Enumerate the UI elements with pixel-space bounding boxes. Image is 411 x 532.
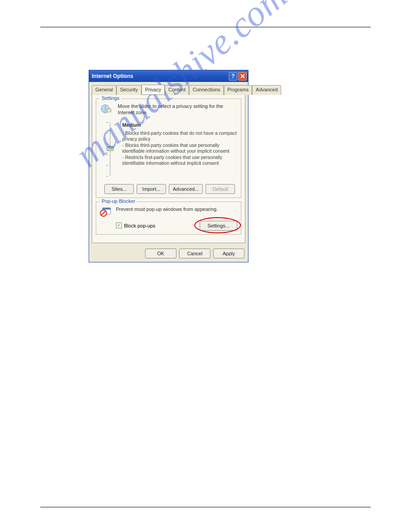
top-horizontal-rule bbox=[40, 27, 371, 27]
titlebar[interactable]: Internet Options ? bbox=[89, 70, 248, 82]
popup-instruction-row: Prevent most pop-up windows from appeari… bbox=[100, 206, 237, 217]
close-icon bbox=[240, 74, 245, 78]
tab-content[interactable]: Content bbox=[165, 85, 189, 95]
document-page: Internet Options ? General Security Priv… bbox=[40, 27, 371, 262]
internet-options-dialog: Internet Options ? General Security Priv… bbox=[89, 70, 248, 262]
popup-blocker-groupbox: Pop-up Blocker Prevent most pop-up windo… bbox=[96, 202, 241, 235]
popup-group-label: Pop-up Blocker bbox=[100, 198, 137, 204]
settings-instruction-text: Move the slider to select a privacy sett… bbox=[118, 103, 237, 116]
privacy-slider-row: Medium - Blocks third-party cookies that… bbox=[100, 122, 237, 176]
dialog-button-row: OK Cancel Apply bbox=[89, 246, 248, 262]
import-button[interactable]: Import... bbox=[137, 184, 166, 194]
tab-security[interactable]: Security bbox=[116, 85, 141, 95]
default-button: Default bbox=[206, 184, 235, 194]
checkbox-label: Block pop-ups bbox=[124, 223, 155, 228]
popup-controls-row: ✓ Block pop-ups Settings... bbox=[116, 221, 237, 231]
sites-button[interactable]: Sites... bbox=[104, 184, 134, 194]
tab-general[interactable]: General bbox=[92, 85, 116, 95]
privacy-bullet: - Blocks third-party cookies that do not… bbox=[122, 130, 237, 142]
close-button[interactable] bbox=[238, 72, 247, 81]
privacy-bullet: - Restricts first-party cookies that use… bbox=[122, 154, 237, 166]
advanced-button[interactable]: Advanced... bbox=[169, 184, 203, 194]
ok-button[interactable]: OK bbox=[145, 249, 176, 258]
settings-instruction-row: Move the slider to select a privacy sett… bbox=[100, 103, 237, 116]
checkbox-icon: ✓ bbox=[116, 223, 122, 228]
settings-button-row: Sites... Import... Advanced... Default bbox=[104, 184, 237, 194]
svg-rect-1 bbox=[107, 109, 111, 112]
svg-rect-3 bbox=[103, 208, 111, 210]
cancel-button[interactable]: Cancel bbox=[179, 249, 210, 258]
tab-programs[interactable]: Programs bbox=[224, 85, 253, 95]
settings-group-label: Settings bbox=[100, 95, 121, 101]
popup-blocker-icon bbox=[100, 206, 112, 217]
privacy-level-bullets: - Blocks third-party cookies that do not… bbox=[122, 130, 237, 167]
settings-groupbox: Settings Move the slider to select a pri… bbox=[96, 99, 241, 198]
bottom-horizontal-rule bbox=[40, 507, 371, 507]
globe-privacy-icon bbox=[100, 103, 113, 114]
tab-strip: General Security Privacy Content Connect… bbox=[89, 82, 248, 94]
privacy-level-description: Medium - Blocks third-party cookies that… bbox=[122, 122, 237, 176]
window-title: Internet Options bbox=[92, 73, 228, 79]
privacy-panel: Settings Move the slider to select a pri… bbox=[92, 94, 245, 243]
privacy-level-name: Medium bbox=[122, 122, 237, 128]
popup-settings-button[interactable]: Settings... bbox=[200, 221, 237, 231]
popup-instruction-text: Prevent most pop-up windows from appeari… bbox=[116, 206, 218, 213]
privacy-slider[interactable] bbox=[104, 122, 116, 176]
help-button[interactable]: ? bbox=[229, 72, 237, 81]
tab-privacy[interactable]: Privacy bbox=[141, 85, 165, 94]
apply-button[interactable]: Apply bbox=[213, 249, 244, 258]
privacy-bullet: - Blocks third-party cookies that use pe… bbox=[122, 142, 237, 154]
block-popups-checkbox[interactable]: ✓ Block pop-ups bbox=[116, 223, 155, 228]
slider-thumb[interactable] bbox=[107, 146, 114, 151]
tab-connections[interactable]: Connections bbox=[189, 85, 223, 95]
tab-advanced[interactable]: Advanced bbox=[252, 85, 281, 95]
